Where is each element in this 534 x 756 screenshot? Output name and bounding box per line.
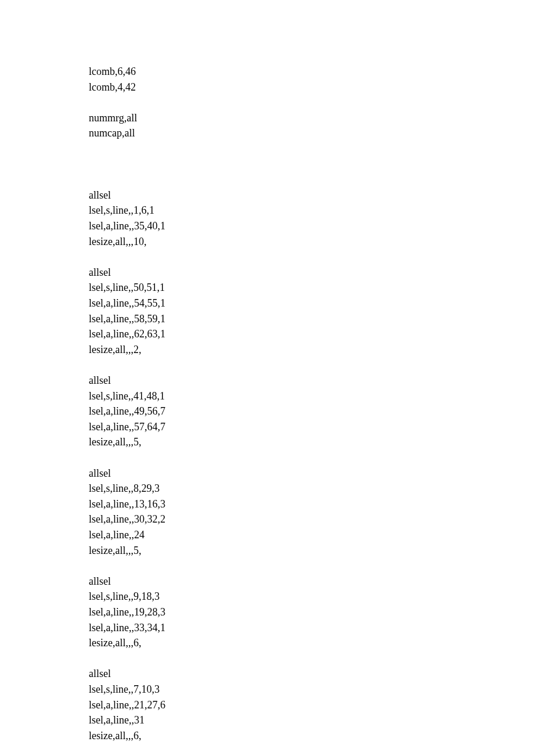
code-line: lsel,a,line,,58,59,1 xyxy=(89,311,534,327)
code-line: allsel xyxy=(89,373,534,388)
code-line: lsel,s,line,,8,29,3 xyxy=(89,481,534,496)
code-line: lsel,a,line,,49,56,7 xyxy=(89,404,534,419)
code-line: allsel xyxy=(89,666,534,682)
code-line: lsel,a,line,,62,63,1 xyxy=(89,326,534,342)
code-line: lsel,s,line,,1,6,1 xyxy=(89,203,534,218)
code-line: lsel,a,line,,35,40,1 xyxy=(89,218,534,234)
code-line: allsel xyxy=(89,188,534,203)
code-block xyxy=(89,157,534,172)
code-block: allsellsel,s,line,,50,51,1lsel,a,line,,5… xyxy=(89,265,534,358)
code-line: lesize,all,,,5, xyxy=(89,434,534,450)
code-line: lsel,a,line,,21,27,6 xyxy=(89,697,534,713)
code-block: allsellsel,s,line,,1,6,1lsel,a,line,,35,… xyxy=(89,188,534,250)
code-line: lsel,s,line,,41,48,1 xyxy=(89,388,534,404)
code-block: lcomb,6,46lcomb,4,42 xyxy=(89,64,534,95)
code-block: allsellsel,s,line,,41,48,1lsel,a,line,,4… xyxy=(89,373,534,450)
code-line: lcomb,4,42 xyxy=(89,80,534,95)
code-line: lesize,all,,,5, xyxy=(89,543,534,559)
code-block: allsellsel,s,line,,7,10,3lsel,a,line,,21… xyxy=(89,666,534,743)
code-line: lsel,s,line,,50,51,1 xyxy=(89,280,534,296)
code-line: nummrg,all xyxy=(89,110,534,126)
code-line: numcap,all xyxy=(89,125,534,141)
code-line xyxy=(89,157,534,172)
code-line: lsel,s,line,,7,10,3 xyxy=(89,682,534,697)
code-line: allsel xyxy=(89,265,534,280)
code-line: lsel,a,line,,13,16,3 xyxy=(89,496,534,512)
code-line: lesize,all,,,10, xyxy=(89,234,534,250)
code-block: allsellsel,s,line,,9,18,3lsel,a,line,,19… xyxy=(89,574,534,651)
code-block: nummrg,allnumcap,all xyxy=(89,110,534,141)
code-line: lesize,all,,,6, xyxy=(89,635,534,651)
code-line: lsel,a,line,,24 xyxy=(89,527,534,543)
code-line: lsel,a,line,,19,28,3 xyxy=(89,604,534,620)
code-line: lsel,a,line,,31 xyxy=(89,712,534,728)
code-line: lsel,a,line,,57,64,7 xyxy=(89,419,534,435)
code-line: allsel xyxy=(89,466,534,481)
code-line: lsel,s,line,,9,18,3 xyxy=(89,589,534,604)
code-line: lsel,a,line,,33,34,1 xyxy=(89,620,534,636)
code-line: lsel,a,line,,54,55,1 xyxy=(89,296,534,311)
code-listing: lcomb,6,46lcomb,4,42nummrg,allnumcap,all… xyxy=(89,64,534,744)
code-line: lsel,a,line,,30,32,2 xyxy=(89,512,534,527)
code-line: allsel xyxy=(89,574,534,589)
code-line: lesize,all,,,2, xyxy=(89,342,534,358)
code-block: allsellsel,s,line,,8,29,3lsel,a,line,,13… xyxy=(89,466,534,559)
code-line: lcomb,6,46 xyxy=(89,64,534,80)
code-line: lesize,all,,,6, xyxy=(89,728,534,744)
